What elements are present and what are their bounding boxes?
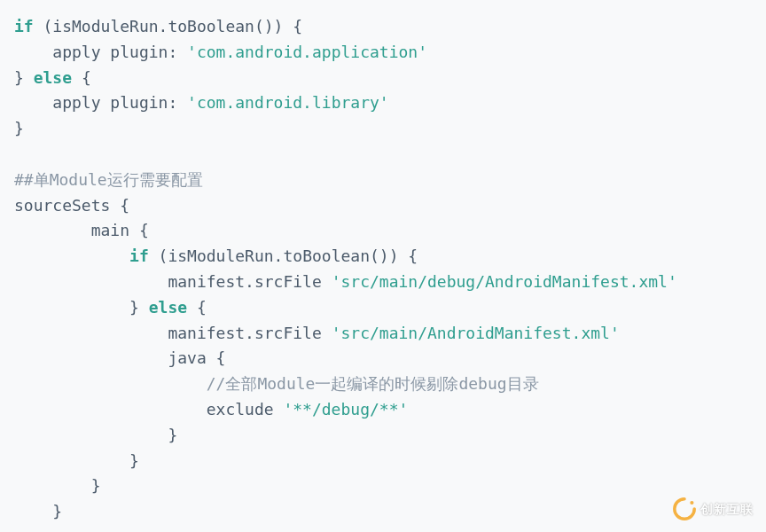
logo-icon [672,497,697,521]
code-text [14,374,207,393]
string-literal: 'com.android.library' [187,93,389,112]
code-text: } [14,451,139,470]
code-text: (isModuleRun.toBoolean()) { [34,17,302,35]
code-text: sourceSets { [14,196,129,215]
kw-if: if [129,246,149,265]
code-text: (isModuleRun.toBoolean()) { [149,246,418,265]
code-text: apply plugin: [14,43,187,61]
svg-point-0 [690,501,693,505]
code-text: exclude [14,400,283,419]
string-literal: '**/debug/**' [283,400,408,419]
code-text: { [187,298,207,317]
comment: ##单Module运行需要配置 [14,170,203,189]
code-text: main { [14,221,149,239]
string-literal: 'src/main/debug/AndroidManifest.xml' [332,272,677,291]
comment: //全部Module一起编译的时候剔除debug目录 [207,374,539,393]
code-text: { [72,68,91,87]
code-text: } [14,476,101,495]
code-text: } [14,502,62,520]
string-literal: 'com.android.application' [187,43,427,61]
string-literal: 'src/main/AndroidManifest.xml' [332,324,620,342]
code-text: } [14,68,34,87]
code-text: } [14,298,149,317]
code-text: java { [14,348,225,367]
watermark-text: 创新互联 [700,499,754,519]
kw-else: else [149,298,187,317]
watermark: 创新互联 [672,497,754,521]
code-text: manifest.srcFile [14,324,332,342]
kw-else: else [34,68,72,87]
code-text: } [14,119,24,137]
code-block: if (isModuleRun.toBoolean()) { apply plu… [14,14,752,525]
code-text: } [14,426,177,444]
code-text [14,246,129,265]
kw-if: if [14,17,34,35]
code-text: manifest.srcFile [14,272,332,291]
code-text: apply plugin: [14,93,187,112]
